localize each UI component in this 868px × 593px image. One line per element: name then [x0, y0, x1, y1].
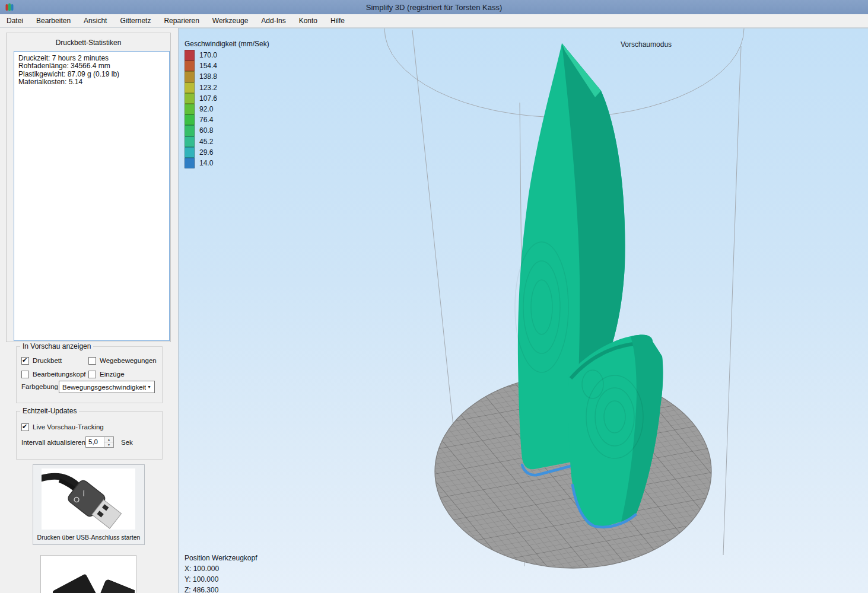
coloring-dropdown[interactable]: Bewegungsgeschwindigkeit ▼: [59, 381, 155, 393]
checkbox-bearbeitungskopf[interactable]: Bearbeitungskopf: [21, 370, 88, 378]
checkbox-wegebewegungen[interactable]: Wegebewegungen: [88, 356, 160, 365]
realtime-updates-group: Echtzeit-Updates Live Vorschau-Tracking …: [16, 411, 163, 460]
legend-swatch: [185, 71, 195, 82]
checkbox-druckbett[interactable]: Druckbett: [21, 356, 88, 365]
interval-value[interactable]: 5,0: [86, 437, 104, 447]
title-bar: Simplify 3D (registriert für Torsten Kas…: [0, 0, 868, 14]
checkbox-label: Wegebewegungen: [100, 357, 157, 364]
3d-viewport[interactable]: Geschwindigkeit (mm/Sek) 170.0154.4138.8…: [178, 28, 868, 593]
checkbox-box[interactable]: [88, 371, 96, 378]
chevron-down-icon: ▼: [146, 385, 154, 389]
coloring-row: Farbgebung: [21, 383, 58, 390]
coloring-label: Farbgebung: [21, 383, 58, 390]
checkbox-label: Live Vorschau-Tracking: [33, 423, 104, 431]
menu-item-reparieren[interactable]: Reparieren: [157, 15, 205, 27]
legend-row: 170.0: [185, 50, 269, 60]
position-y: Y: 100.000: [185, 574, 257, 585]
usb-button-label: Drucken über USB-Anschluss starten: [33, 534, 144, 541]
print-stats-panel: Druckbett-Statistiken Druckzeit: 7 hours…: [6, 33, 171, 342]
interval-unit: Sek: [121, 439, 133, 446]
legend-value: 107.6: [199, 94, 217, 103]
legend-value: 45.2: [199, 138, 213, 146]
legend-value: 14.0: [199, 159, 213, 167]
print-over-usb-button[interactable]: Drucken über USB-Anschluss starten: [33, 464, 145, 545]
legend-swatch: [185, 136, 195, 147]
legend-swatch: [185, 114, 195, 125]
checkbox-box[interactable]: [21, 371, 29, 378]
legend-swatch: [185, 158, 195, 168]
preview-options-group: In Vorschau anzeigen DruckbettWegebewegu…: [16, 346, 163, 403]
legend-row: 45.2: [185, 136, 269, 147]
legend-row: 107.6: [185, 93, 269, 104]
stat-line: Rohfadenlänge: 34566.4 mm: [18, 62, 165, 70]
toolhead-position-block: Position Werkzeugkopf X: 100.000 Y: 100.…: [185, 553, 257, 593]
position-x: X: 100.000: [185, 563, 257, 574]
legend-swatch: [185, 125, 195, 136]
legend-row: 14.0: [185, 158, 269, 168]
menu-item-add-ins[interactable]: Add-Ins: [255, 15, 292, 27]
checkbox-einz-ge[interactable]: Einzüge: [88, 370, 160, 378]
checkbox-label: Druckbett: [33, 357, 62, 364]
sd-card-button[interactable]: [40, 555, 136, 593]
legend-swatch: [185, 60, 195, 71]
interval-spinbox[interactable]: 5,0 ▲ ▼: [85, 436, 114, 448]
legend-value: 138.8: [199, 72, 217, 81]
legend-value: 76.4: [199, 116, 213, 124]
preview-checkbox-grid: DruckbettWegebewegungenBearbeitungskopfE…: [21, 356, 160, 378]
sd-card-image: [41, 556, 135, 593]
stat-line: Plastikgewicht: 87.09 g (0.19 lb): [18, 71, 165, 78]
checkbox-box[interactable]: [21, 423, 29, 431]
coloring-dropdown-value: Bewegungsgeschwindigkeit: [59, 384, 146, 391]
menu-item-gitternetz[interactable]: Gitternetz: [113, 15, 157, 27]
3d-viewport-canvas[interactable]: [179, 28, 868, 593]
checkbox-label: Einzüge: [100, 371, 125, 378]
legend-row: 92.0: [185, 104, 269, 114]
window-title: Simplify 3D (registriert für Torsten Kas…: [0, 3, 868, 12]
spin-down-icon[interactable]: ▼: [104, 442, 113, 447]
menu-item-werkzeuge[interactable]: Werkzeuge: [206, 15, 255, 27]
legend-row: 60.8: [185, 125, 269, 136]
legend-swatch: [185, 104, 195, 114]
checkbox-live-vorschau-tracking[interactable]: Live Vorschau-Tracking: [21, 423, 104, 431]
legend-value: 29.6: [199, 148, 213, 157]
menu-item-konto[interactable]: Konto: [292, 15, 324, 27]
legend-value: 123.2: [199, 84, 217, 92]
legend-value: 154.4: [199, 62, 217, 70]
legend-swatch: [185, 93, 195, 104]
legend-swatch: [185, 147, 195, 158]
simplify3d-logo-icon: [5, 2, 14, 12]
legend-value: 170.0: [199, 51, 217, 59]
checkbox-box[interactable]: [21, 357, 29, 365]
main-content: Druckbett-Statistiken Druckzeit: 7 hours…: [0, 28, 868, 593]
checkbox-box[interactable]: [88, 357, 96, 365]
interval-label: Intervall aktualisieren: [21, 439, 85, 446]
legend-row: 123.2: [185, 82, 269, 93]
menu-item-ansicht[interactable]: Ansicht: [77, 15, 113, 27]
position-z: Z: 486.300: [185, 585, 257, 593]
printed-model: [515, 43, 663, 527]
spin-up-icon[interactable]: ▲: [104, 437, 113, 442]
stats-list: Druckzeit: 7 hours 2 minutesRohfadenläng…: [14, 51, 170, 341]
legend-row: 29.6: [185, 147, 269, 158]
menu-item-bearbeiten[interactable]: Bearbeiten: [30, 15, 77, 27]
stat-line: Druckzeit: 7 hours 2 minutes: [18, 55, 165, 62]
legend-swatch: [185, 50, 195, 60]
usb-connector-image: [42, 468, 135, 530]
legend-value: 60.8: [199, 126, 213, 135]
position-title: Position Werkzeugkopf: [185, 553, 257, 563]
sidebar: Druckbett-Statistiken Druckzeit: 7 hours…: [0, 28, 178, 593]
preview-group-title: In Vorschau anzeigen: [20, 342, 93, 350]
realtime-group-title: Echtzeit-Updates: [20, 407, 79, 415]
legend-value: 92.0: [199, 105, 213, 113]
menu-item-datei[interactable]: Datei: [0, 15, 30, 27]
preview-mode-label: Vorschaumodus: [621, 40, 672, 49]
legend-row: 76.4: [185, 114, 269, 125]
legend-rows: 170.0154.4138.8123.2107.692.076.460.845.…: [185, 50, 269, 168]
stat-line: Materialkosten: 5.14: [18, 78, 165, 86]
menu-item-hilfe[interactable]: Hilfe: [324, 15, 351, 27]
menu-bar: DateiBearbeitenAnsichtGitternetzReparier…: [0, 14, 868, 28]
speed-legend: Geschwindigkeit (mm/Sek) 170.0154.4138.8…: [185, 40, 269, 168]
legend-title: Geschwindigkeit (mm/Sek): [185, 40, 269, 48]
legend-row: 138.8: [185, 71, 269, 82]
legend-swatch: [185, 82, 195, 93]
